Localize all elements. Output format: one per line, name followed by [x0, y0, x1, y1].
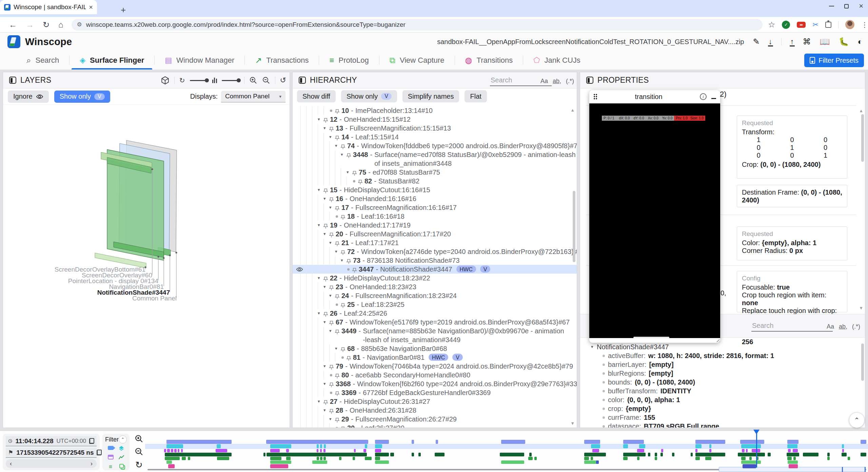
expand-arrow-icon[interactable]: ▾: [323, 318, 329, 327]
tree-row[interactable]: ▾27-HideDisplayCutout:26:31#27: [293, 397, 577, 406]
expand-arrow-icon[interactable]: ▾: [323, 124, 329, 133]
tree-row[interactable]: 82-StatusBar#82: [293, 177, 577, 185]
tree-row[interactable]: ▾3449-Surface(name=885b63e NavigationBar…: [293, 327, 577, 344]
zoom-in-icon[interactable]: [135, 434, 143, 443]
tree-row[interactable]: 81-NavigationBar0#81HWCV: [293, 353, 577, 362]
pin-icon[interactable]: [335, 328, 339, 337]
expand-arrow-icon[interactable]: ▾: [318, 115, 323, 124]
expand-arrow-icon[interactable]: ▾: [323, 406, 329, 415]
timeline-tracks[interactable]: [147, 431, 866, 472]
expand-arrow-icon[interactable]: ▾: [318, 185, 323, 194]
tree-row[interactable]: ▾79-WindowToken{7046b4a type=2024 androi…: [293, 362, 577, 371]
match-case-toggle[interactable]: Aa: [827, 323, 834, 330]
expand-arrow-icon[interactable]: ▾: [335, 344, 341, 353]
expand-arrow-icon[interactable]: ▾: [329, 203, 335, 212]
tree-row[interactable]: ▾29-FullscreenMagnification:26:27#29: [293, 415, 577, 424]
scroll-down-icon[interactable]: ▼: [859, 306, 863, 311]
tab-surface-flinger[interactable]: ◈Surface Flinger: [70, 51, 154, 70]
expand-arrow-icon[interactable]: ▾: [347, 168, 352, 177]
proto-row[interactable]: color:(0, 0, 0), alpha: 1: [580, 395, 864, 404]
show-diff-button[interactable]: Show diff: [297, 90, 336, 102]
expand-arrow-icon[interactable]: ▾: [323, 230, 329, 238]
report-bug-icon[interactable]: 🐛: [839, 37, 849, 46]
tree-row[interactable]: ▾19-OneHanded:17:17#19: [293, 221, 577, 230]
spacing-slider[interactable]: [222, 80, 239, 81]
ignore-button[interactable]: Ignore: [8, 91, 49, 103]
flat-button[interactable]: Flat: [465, 90, 487, 102]
range-edge-handle[interactable]: [865, 467, 866, 472]
layers-3d-view[interactable]: ScreenDecorOverlayBottom#61ScreenDecorOv…: [3, 105, 290, 428]
dark-mode-icon[interactable]: ◐: [858, 37, 863, 46]
surface-flinger-icon[interactable]: [118, 445, 124, 453]
protolog-icon[interactable]: ≡: [109, 464, 112, 470]
extension-check-icon[interactable]: ✓: [782, 21, 790, 29]
expand-arrow-icon[interactable]: ▾: [318, 309, 323, 318]
upload-icon[interactable]: ↑: [790, 37, 794, 46]
expand-arrow-icon[interactable]: ▾: [323, 379, 329, 388]
forward-icon[interactable]: →: [26, 20, 34, 29]
tree-row[interactable]: 25-Leaf:18:23#25: [293, 300, 577, 309]
minimize-icon[interactable]: [829, 6, 834, 6]
timestamp-ns-field[interactable]: ⚑ 1715339054227572545 ns: [6, 448, 97, 458]
collapse-panel-icon[interactable]: [299, 77, 306, 84]
expand-arrow-icon[interactable]: ▾: [329, 291, 335, 300]
next-frame-icon[interactable]: ›: [91, 460, 93, 467]
proto-row[interactable]: bounds:(0, 0) - (1080, 2400): [580, 378, 864, 387]
rotation-slider[interactable]: [190, 80, 208, 81]
expand-arrow-icon[interactable]: ▾: [341, 256, 347, 265]
proto-row[interactable]: blurRegions:[empty]: [580, 369, 864, 378]
close-icon[interactable]: ×: [859, 3, 863, 9]
transactions-icon[interactable]: [118, 455, 124, 461]
tree-row[interactable]: ▾24-FullscreenMagnification:18:23#24: [293, 291, 577, 300]
tree-row[interactable]: 30-Leaf:26:27#30: [293, 424, 577, 428]
zoom-in-icon[interactable]: [249, 76, 257, 84]
tab-window-manager[interactable]: ▤Window Manager: [155, 51, 244, 70]
edit-pencil-icon[interactable]: ✎: [753, 37, 760, 46]
tree-row[interactable]: ▾20-FullscreenMagnification:17:17#20: [293, 230, 577, 238]
displays-select[interactable]: Common Panel ▾: [221, 91, 285, 102]
tree-row[interactable]: ▾68-885b63e NavigationBar0#68: [293, 344, 577, 353]
collapse-properties-button[interactable]: ⌃: [849, 412, 865, 428]
expand-arrow-icon[interactable]: ▾: [318, 397, 323, 406]
expand-arrow-icon[interactable]: ▾: [329, 415, 335, 424]
hierarchy-tree[interactable]: 10-ImePlaceholder:13:14#10▾12-OneHanded:…: [293, 106, 577, 428]
proto-row[interactable]: currFrame:155: [580, 413, 864, 422]
zoom-reset-icon[interactable]: ↻: [135, 460, 143, 470]
tree-row[interactable]: ▾74-WindowToken{fdddbe6 type=2000 androi…: [293, 141, 577, 150]
site-settings-icon[interactable]: ⚙: [77, 21, 82, 28]
zoom-out-icon[interactable]: [135, 447, 143, 456]
info-icon[interactable]: i: [700, 93, 707, 100]
tab-transitions[interactable]: ◍Transitions: [455, 51, 523, 70]
tree-row[interactable]: ▾21-Leaf:17:17#21: [293, 238, 577, 247]
regex-toggle[interactable]: (.*): [566, 78, 574, 85]
browser-tab[interactable]: Winscope | sandbox-FAIL ×: [0, 0, 97, 14]
simplify-names-button[interactable]: Simplify names: [402, 90, 459, 102]
tree-row[interactable]: ▾13-FullscreenMagnification:15:15#13: [293, 124, 577, 133]
regex-toggle[interactable]: (.*): [852, 323, 860, 330]
tree-row[interactable]: ▾73-8736138 NotificationShade#73: [293, 256, 577, 265]
tab-protolog[interactable]: ≡ProtoLog: [319, 51, 379, 70]
reset-view-icon[interactable]: ↺: [280, 76, 286, 85]
proto-root-row[interactable]: ▾NotificationShade#3447: [580, 342, 864, 351]
maximize-icon[interactable]: [844, 4, 849, 8]
tab-search[interactable]: ⌕Search: [16, 51, 69, 70]
whole-word-toggle[interactable]: ab,: [553, 78, 561, 85]
extension-media-icon[interactable]: ▸▸: [797, 22, 806, 28]
expand-arrow-icon[interactable]: ▾: [329, 238, 335, 247]
whole-word-toggle[interactable]: ab,: [839, 323, 847, 330]
collapse-panel-icon[interactable]: [586, 77, 593, 84]
collapse-filter-icon[interactable]: ⌃: [119, 435, 127, 444]
collapse-panel-icon[interactable]: [9, 77, 16, 84]
proto-row[interactable]: activeBuffer:w: 1080, h: 2400, stride: 2…: [580, 351, 864, 360]
tree-row[interactable]: ▾3448-Surface(name=ed70f88 StatusBar)/@0…: [293, 150, 577, 168]
tree-row[interactable]: ▾72-WindowToken{a2746de type=2040 androi…: [293, 247, 577, 256]
tab-view-capture[interactable]: ⧉View Capture: [379, 51, 455, 70]
expand-arrow-icon[interactable]: ▾: [341, 150, 347, 159]
proto-dump-tree[interactable]: ▾NotificationShade#3447activeBuffer:w: 1…: [580, 338, 864, 428]
reload-icon[interactable]: ↻: [43, 20, 50, 29]
human-time-field[interactable]: 11:04:14.228 UTC+00:00: [6, 436, 97, 446]
copy-icon[interactable]: [89, 438, 94, 444]
resize-handle-icon[interactable]: [715, 338, 719, 342]
tree-row[interactable]: ▾22-HideDisplayCutout:18:23#22: [293, 274, 577, 282]
tree-row[interactable]: 18-Leaf:16:16#18: [293, 212, 577, 221]
